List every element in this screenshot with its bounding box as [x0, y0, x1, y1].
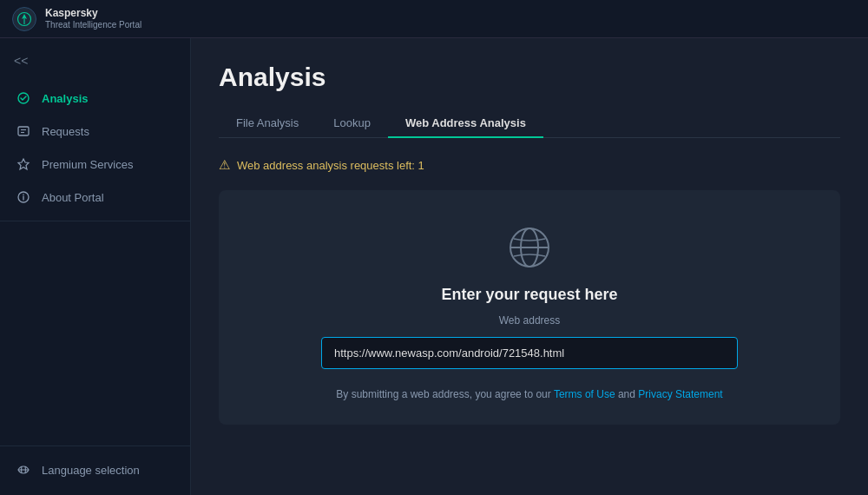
requests-icon: [16, 123, 31, 139]
topbar-subtitle: Threat Intelligence Portal: [45, 20, 141, 30]
topbar-logo: [12, 7, 36, 31]
content-area: Analysis File Analysis Lookup Web Addres…: [191, 38, 868, 495]
privacy-statement-link[interactable]: Privacy Statement: [638, 388, 722, 400]
sidebar-item-requests[interactable]: Requests: [0, 115, 190, 148]
topbar-title: Kaspersky: [45, 7, 141, 19]
terms-of-use-link[interactable]: Terms of Use: [554, 388, 615, 400]
request-card: Enter your request here Web address By s…: [219, 190, 840, 425]
sidebar-item-about[interactable]: About Portal: [0, 181, 190, 214]
card-web-address-label: Web address: [499, 314, 560, 327]
sidebar-divider: [0, 221, 190, 221]
main-layout: << Analysis Requests: [0, 38, 868, 495]
svg-point-8: [23, 194, 24, 195]
topbar-text: Kaspersky Threat Intelligence Portal: [45, 7, 141, 30]
tab-lookup[interactable]: Lookup: [316, 109, 388, 138]
sidebar-item-about-label: About Portal: [42, 191, 104, 204]
sidebar-item-analysis-label: Analysis: [42, 92, 88, 105]
sidebar-item-language-label: Language selection: [42, 464, 140, 477]
sidebar-item-requests-label: Requests: [42, 125, 89, 138]
svg-rect-2: [18, 127, 29, 135]
url-input[interactable]: [321, 337, 738, 369]
page-title: Analysis: [219, 63, 840, 92]
globe-icon: [503, 221, 556, 274]
sidebar-bottom: Language selection: [0, 446, 190, 486]
warning-text: Web address analysis requests left: 1: [237, 159, 424, 172]
tab-web-address[interactable]: Web Address Analysis: [388, 109, 543, 138]
topbar: Kaspersky Threat Intelligence Portal: [0, 0, 868, 38]
svg-point-1: [18, 93, 29, 103]
warning-banner: ⚠ Web address analysis requests left: 1: [219, 154, 840, 176]
tabs-bar: File Analysis Lookup Web Address Analysi…: [219, 109, 840, 138]
warning-icon: ⚠: [219, 157, 230, 173]
premium-icon: [16, 156, 31, 172]
sidebar-collapse-button[interactable]: <<: [0, 47, 190, 75]
card-title: Enter your request here: [441, 286, 617, 304]
language-icon: [16, 462, 31, 478]
sidebar-item-analysis[interactable]: Analysis: [0, 82, 190, 115]
tab-file-analysis[interactable]: File Analysis: [219, 109, 316, 138]
terms-text: By submitting a web address, you agree t…: [336, 388, 722, 400]
sidebar-item-language[interactable]: Language selection: [0, 453, 190, 486]
about-icon: [16, 189, 31, 205]
analysis-icon: [16, 90, 31, 106]
sidebar: << Analysis Requests: [0, 38, 191, 495]
svg-marker-5: [18, 159, 29, 169]
sidebar-item-premium-label: Premium Services: [42, 158, 133, 171]
sidebar-item-premium[interactable]: Premium Services: [0, 148, 190, 181]
